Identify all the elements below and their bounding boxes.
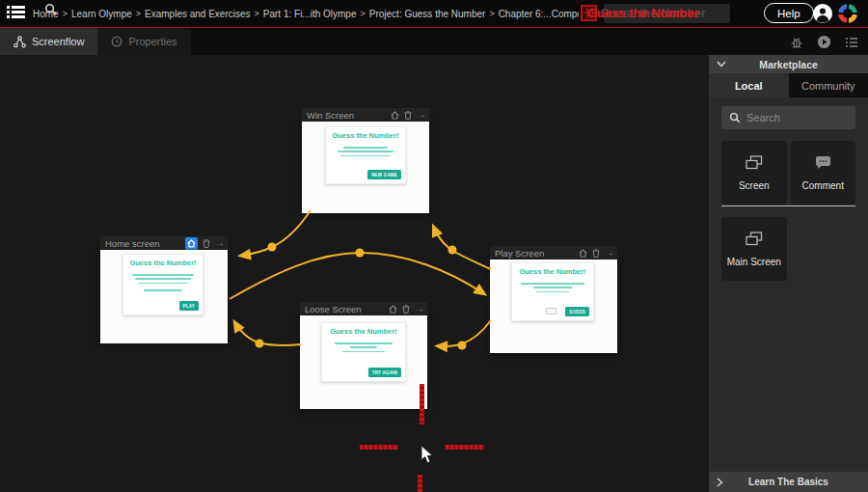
chevron-right-icon: > <box>255 9 259 18</box>
home-icon[interactable] <box>391 111 399 120</box>
breadcrumb-item-chapter6[interactable]: Chapter 6:...Components <box>499 9 579 19</box>
learn-the-basics-bar[interactable]: Learn The Basics <box>709 472 868 492</box>
connection-dot[interactable] <box>448 246 457 255</box>
help-button[interactable]: Help <box>764 3 814 23</box>
avatar-icon[interactable] <box>813 4 832 23</box>
chevron-right-icon <box>717 478 723 487</box>
connection-dot[interactable] <box>268 243 277 252</box>
thumbnail-app-card: Guess the Number! NEW GAME <box>325 126 406 184</box>
home-icon[interactable] <box>579 249 587 258</box>
search-glitch-text: Guess the Number <box>587 6 699 20</box>
marketplace-item-label: Comment <box>802 180 844 191</box>
cursor-pointer <box>420 446 434 465</box>
thumbnail-button: NEW GAME <box>367 170 401 179</box>
chevron-right-icon: > <box>136 9 141 18</box>
marketplace-search[interactable] <box>721 106 855 129</box>
trash-icon[interactable] <box>402 305 410 314</box>
marketplace-item-label: Screen <box>739 180 770 191</box>
home-icon-selected[interactable] <box>185 237 198 250</box>
screen-card-header: Play Screen → <box>490 246 617 260</box>
connection-home-to-play[interactable] <box>230 253 483 299</box>
divider <box>721 205 855 206</box>
thumbnail-button: GUESS <box>565 307 589 316</box>
search-icon <box>44 3 58 16</box>
screen-title: Loose Screen <box>305 304 362 314</box>
thumbnail-button: TRY AGAIN <box>368 368 401 377</box>
trash-icon[interactable] <box>203 239 210 248</box>
home-icon[interactable] <box>389 305 397 314</box>
breadcrumb: Home > Learn Olympe > Examples and Exerc… <box>33 0 579 27</box>
screen-card-home[interactable]: Home screen → Guess the Number! PLAY <box>100 236 228 343</box>
debug-bug-icon[interactable] <box>790 36 803 49</box>
trash-icon[interactable] <box>592 249 600 258</box>
menu-icon[interactable] <box>7 6 26 21</box>
screen-icon <box>746 155 763 170</box>
goto-arrow-icon[interactable]: → <box>605 248 614 258</box>
thumbnail-heading: Guess the Number! <box>332 131 398 140</box>
goto-arrow-icon[interactable]: → <box>417 110 426 120</box>
chevron-right-icon: > <box>63 9 68 18</box>
thumbnail-app-card: Guess the Number! GUESS <box>511 262 594 321</box>
connection-play-to-win[interactable] <box>434 228 491 269</box>
marketplace-item-screen[interactable]: Screen <box>721 141 787 205</box>
connection-dot[interactable] <box>356 249 365 258</box>
breadcrumb-item-part1[interactable]: Part 1: Fi...ith Olympe <box>263 9 357 19</box>
olympe-logo[interactable] <box>838 4 857 23</box>
thumbnail-button: PLAY <box>179 301 199 311</box>
connection-play-to-loose[interactable] <box>439 320 491 346</box>
versions-list-icon[interactable] <box>845 37 858 48</box>
screen-icon <box>746 232 763 246</box>
marketplace-search-input[interactable] <box>746 112 848 123</box>
screen-thumbnail[interactable]: Guess the Number! TRY AGAIN <box>300 315 427 409</box>
breadcrumb-item-examples[interactable]: Examples and Exercises <box>145 9 251 19</box>
run-play-icon[interactable] <box>817 35 831 49</box>
screen-thumbnail[interactable]: Guess the Number! PLAY <box>100 250 228 343</box>
marketplace-sidebar: Marketplace Local Community Screen <box>709 55 868 492</box>
search-icon <box>729 112 741 123</box>
screen-title: Play Screen <box>495 248 544 259</box>
marketplace-item-main-screen[interactable]: Main Screen <box>721 217 787 281</box>
thumbnail-app-card: Guess the Number! PLAY <box>122 254 203 315</box>
goto-arrow-icon[interactable]: → <box>215 238 225 248</box>
tab-local[interactable]: Local <box>709 73 789 97</box>
editor-tab-bar: Screenflow Properties <box>0 27 868 55</box>
tab-screenflow-label: Screenflow <box>32 36 84 47</box>
marketplace-item-comment[interactable]: Comment <box>791 141 856 205</box>
goto-arrow-icon[interactable]: → <box>415 304 424 314</box>
screen-card-header: Loose Screen → <box>300 302 427 315</box>
screen-thumbnail[interactable]: Guess the Number! GUESS <box>490 260 617 353</box>
chevron-right-icon: > <box>489 9 494 18</box>
glitch-red-bar <box>446 445 484 450</box>
screen-title: Home screen <box>105 238 160 249</box>
thumbnail-heading: Guess the Number! <box>129 259 196 267</box>
chevron-down-icon <box>717 61 726 68</box>
clock-icon <box>111 36 122 47</box>
connection-win-to-home[interactable] <box>242 210 311 256</box>
tab-community[interactable]: Community <box>789 73 868 97</box>
connection-loose-to-home[interactable] <box>235 323 301 345</box>
connection-dot[interactable] <box>458 342 467 350</box>
comment-icon <box>815 155 831 170</box>
screen-card-loose[interactable]: Loose Screen → Guess the Number! TRY AGA… <box>300 302 427 409</box>
top-bar: Home > Learn Olympe > Examples and Exerc… <box>0 0 868 27</box>
trash-icon[interactable] <box>404 111 412 120</box>
thumbnail-app-card: Guess the Number! TRY AGAIN <box>321 322 406 382</box>
thumbnail-input <box>546 308 556 314</box>
screen-card-win[interactable]: Win Screen → Guess the Number! NEW GAME <box>302 108 429 213</box>
marketplace-item-label: Main Screen <box>727 257 781 267</box>
screen-card-play[interactable]: Play Screen → Guess the Number! GUESS <box>490 246 617 353</box>
thumbnail-heading: Guess the Number! <box>519 267 585 276</box>
screen-card-header: Home screen → <box>100 236 228 250</box>
tab-screenflow[interactable]: Screenflow <box>0 28 97 55</box>
marketplace-header[interactable]: Marketplace <box>709 55 868 73</box>
learn-the-basics-label: Learn The Basics <box>723 477 854 487</box>
glitch-red-bar <box>360 445 398 450</box>
breadcrumb-item-project[interactable]: Project: Guess the Number <box>369 9 486 19</box>
marketplace-title: Marketplace <box>726 59 851 70</box>
connection-dot[interactable] <box>256 340 264 348</box>
marketplace-tabs: Local Community <box>709 73 868 97</box>
breadcrumb-item-learn-olympe[interactable]: Learn Olympe <box>71 9 132 19</box>
tab-properties[interactable]: Properties <box>97 28 190 55</box>
screen-thumbnail[interactable]: Guess the Number! NEW GAME <box>302 122 429 213</box>
thumbnail-heading: Guess the Number! <box>330 327 396 336</box>
